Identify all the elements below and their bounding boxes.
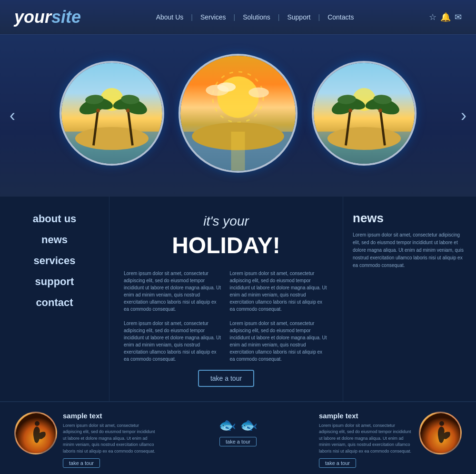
slide-3 — [312, 61, 416, 166]
news-body: Lorem ipsum dolor sit amet, consectetur … — [353, 231, 466, 269]
card-1: sample text Lorem ipsum dolor sit amet, … — [14, 412, 157, 468]
logo-site: site — [51, 7, 81, 27]
logo[interactable]: yoursite — [14, 7, 81, 27]
card-1-circle — [14, 412, 57, 454]
card-2-btn[interactable]: take a tour — [219, 437, 257, 446]
nav-about[interactable]: About Us — [152, 13, 188, 21]
nav-sep-1: | — [191, 13, 193, 21]
left-nav-contact[interactable]: contact — [36, 295, 73, 311]
slider-circles — [60, 54, 416, 173]
lorem-text-3: Lorem ipsum dolor sit amet, consectetur … — [124, 320, 223, 363]
right-news: news Lorem ipsum dolor sit amet, consect… — [343, 197, 476, 401]
slider-section: ‹ — [0, 35, 476, 197]
lorem-cols-bottom: Lorem ipsum dolor sit amet, consectetur … — [124, 320, 328, 363]
logo-your: your — [14, 7, 51, 27]
card-3-circle — [419, 412, 462, 454]
header: yoursite About Us | Services | Solutions… — [0, 0, 476, 35]
card-3-body: Lorem ipsum dolor sit amet, consectetur … — [319, 423, 413, 455]
card-3-title: sample text — [319, 412, 413, 420]
card-2-center: 🐟 🐟 take a tour — [167, 412, 309, 468]
left-nav-support[interactable]: support — [35, 274, 74, 290]
svg-point-12 — [126, 109, 130, 112]
tagline-2: HOLIDAY! — [124, 231, 328, 260]
svg-rect-20 — [231, 132, 245, 171]
svg-point-33 — [378, 109, 382, 112]
nav-support[interactable]: Support — [283, 13, 314, 21]
slider-next-arrow[interactable]: › — [461, 106, 466, 126]
svg-point-23 — [327, 127, 401, 150]
sunset-scene — [180, 56, 296, 171]
bell-icon[interactable]: 🔔 — [440, 12, 451, 22]
main-nav: About Us | Services | Solutions | Suppor… — [152, 13, 358, 21]
slide-1 — [60, 61, 164, 166]
card-1-text: sample text Lorem ipsum dolor sit amet, … — [63, 412, 157, 468]
star-icon[interactable]: ☆ — [429, 12, 436, 22]
take-a-tour-button-main[interactable]: take a tour — [198, 370, 254, 387]
card-3-text: sample text Lorem ipsum dolor sit amet, … — [319, 412, 413, 468]
nav-solutions[interactable]: Solutions — [239, 13, 274, 21]
left-nav: about us news services support contact — [0, 197, 109, 401]
mail-icon[interactable]: ✉ — [455, 12, 462, 22]
nav-contacts[interactable]: Contacts — [324, 13, 357, 21]
tagline-1: it's your — [203, 214, 249, 228]
holiday-title: it's your HOLIDAY! — [124, 211, 328, 260]
left-nav-about[interactable]: about us — [33, 211, 77, 227]
svg-point-16 — [217, 82, 236, 91]
header-icons: ☆ 🔔 ✉ — [429, 12, 462, 22]
lorem-text-1: Lorem ipsum dolor sit amet, consectetur … — [124, 270, 223, 313]
svg-point-13 — [217, 77, 258, 118]
nav-sep-4: | — [318, 13, 320, 21]
svg-point-28 — [348, 109, 352, 112]
news-title: news — [353, 211, 466, 226]
nav-services[interactable]: Services — [197, 13, 230, 21]
slider-prev-arrow[interactable]: ‹ — [10, 106, 15, 126]
cards-row-1: sample text Lorem ipsum dolor sit amet, … — [14, 412, 462, 468]
card-1-btn[interactable]: take a tour — [63, 458, 100, 468]
left-nav-services[interactable]: services — [33, 253, 75, 269]
lorem-text-4: Lorem ipsum dolor sit amet, consectetur … — [230, 320, 329, 363]
svg-point-7 — [96, 109, 100, 112]
nav-sep-3: | — [278, 13, 280, 21]
svg-point-35 — [35, 421, 40, 426]
slide-2-inner — [180, 56, 296, 171]
lorem-cols-top: Lorem ipsum dolor sit amet, consectetur … — [124, 270, 328, 313]
svg-point-17 — [248, 88, 269, 98]
svg-point-37 — [439, 421, 444, 426]
lorem-text-2: Lorem ipsum dolor sit amet, consectetur … — [230, 270, 329, 313]
card-1-body: Lorem ipsum dolor sit amet, consectetur … — [63, 423, 157, 455]
fish-decoration: 🐟 🐟 — [218, 416, 258, 433]
center-content: it's your HOLIDAY! Lorem ipsum dolor sit… — [109, 197, 343, 401]
slide-1-inner — [61, 63, 162, 164]
nav-sep-2: | — [234, 13, 236, 21]
slide-2 — [178, 54, 298, 173]
card-3: sample text Lorem ipsum dolor sit amet, … — [319, 412, 462, 468]
card-1-title: sample text — [63, 412, 157, 420]
palm-scene-3 — [314, 63, 415, 164]
card-3-btn[interactable]: take a tour — [319, 458, 356, 468]
cards-section: sample text Lorem ipsum dolor sit amet, … — [0, 401, 476, 474]
svg-point-2 — [75, 127, 149, 150]
left-nav-news[interactable]: news — [41, 232, 68, 248]
palm-scene-1 — [61, 63, 162, 164]
slide-3-inner — [314, 63, 415, 164]
main-content-grid: about us news services support contact i… — [0, 197, 476, 401]
